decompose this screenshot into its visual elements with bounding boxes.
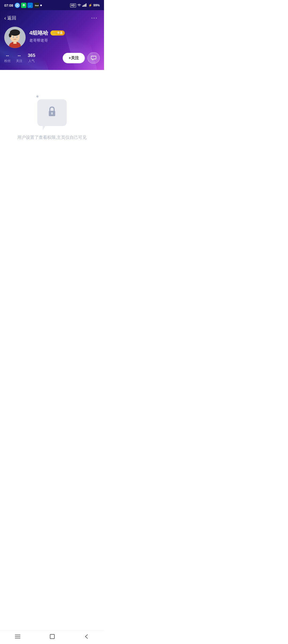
svg-rect-3 <box>83 5 84 7</box>
lock-bubble <box>37 99 67 126</box>
signal-icon <box>82 3 87 7</box>
status-indicators: HD ⚡ 99% <box>70 3 100 7</box>
privacy-message: 用户设置了查看权限,主页仅自己可见 <box>17 134 87 141</box>
message-button[interactable] <box>87 52 100 64</box>
stats-row: -- 粉丝 -- 关注 365 人气 +关注 <box>4 52 100 64</box>
more-button[interactable]: ··· <box>89 13 100 22</box>
status-bar: 07:08 券 Soul HD ⚡ 99% <box>0 0 104 10</box>
header-nav: ‹ 返回 ··· <box>4 10 100 27</box>
lock-illustration: ✦ <box>35 91 69 126</box>
svg-rect-2 <box>82 6 83 7</box>
time-display: 07:08 <box>4 3 13 7</box>
popularity-value: 365 <box>28 53 35 58</box>
app-icon-green: 券 <box>21 3 26 8</box>
app-icon-edge <box>27 3 33 8</box>
badge-label: 卡圣 <box>57 31 63 35</box>
lightning-icon: ⚡ <box>88 3 92 7</box>
follow-button[interactable]: +关注 <box>63 53 85 63</box>
stat-popularity[interactable]: 365 人气 <box>28 53 35 63</box>
hd-indicator: HD <box>70 3 76 7</box>
popularity-label: 人气 <box>28 59 35 63</box>
svg-point-14 <box>13 37 14 37</box>
username-area: 4组咯哈 👑 卡圣 老哥帮老哥 <box>29 27 65 43</box>
app-icon-soul: Soul <box>34 3 39 8</box>
fans-value: -- <box>6 53 9 58</box>
profile-info: 4组咯哈 👑 卡圣 老哥帮老哥 -- 粉丝 -- 关注 <box>4 27 100 64</box>
username-row: 4组咯哈 👑 卡圣 <box>29 29 65 37</box>
profile-header: ‹ 返回 ··· <box>0 10 104 70</box>
svg-point-11 <box>9 33 11 37</box>
stat-fans[interactable]: -- 粉丝 <box>4 53 11 63</box>
avatar <box>4 27 26 48</box>
stats-group: -- 粉丝 -- 关注 365 人气 <box>4 53 35 63</box>
following-value: -- <box>18 53 21 58</box>
following-label: 关注 <box>16 59 22 63</box>
svg-rect-4 <box>85 4 85 7</box>
vip-badge: 👑 卡圣 <box>50 30 65 36</box>
app-icons: 券 Soul <box>15 3 42 8</box>
profile-top: 4组咯哈 👑 卡圣 老哥帮老哥 <box>4 27 100 48</box>
username: 4组咯哈 <box>29 29 48 37</box>
bio: 老哥帮老哥 <box>29 38 65 43</box>
notification-dot <box>40 5 42 6</box>
badge-crown-icon: 👑 <box>53 31 56 35</box>
battery-level: 99% <box>93 3 100 7</box>
svg-point-1 <box>17 5 18 6</box>
svg-point-18 <box>51 112 53 114</box>
wifi-icon <box>77 3 81 7</box>
action-buttons: +关注 <box>63 52 100 64</box>
fans-label: 粉丝 <box>4 59 11 63</box>
svg-point-15 <box>17 37 17 37</box>
back-arrow-icon: ‹ <box>4 15 6 21</box>
back-button[interactable]: ‹ 返回 <box>4 15 16 21</box>
stat-following[interactable]: -- 关注 <box>16 53 22 63</box>
app-icon-circle <box>15 3 20 8</box>
svg-rect-5 <box>86 3 86 7</box>
lock-icon <box>47 106 57 119</box>
back-label: 返回 <box>7 15 16 21</box>
content-area: ✦ 用户设置了查看权限,主页仅自己可见 <box>0 70 104 230</box>
